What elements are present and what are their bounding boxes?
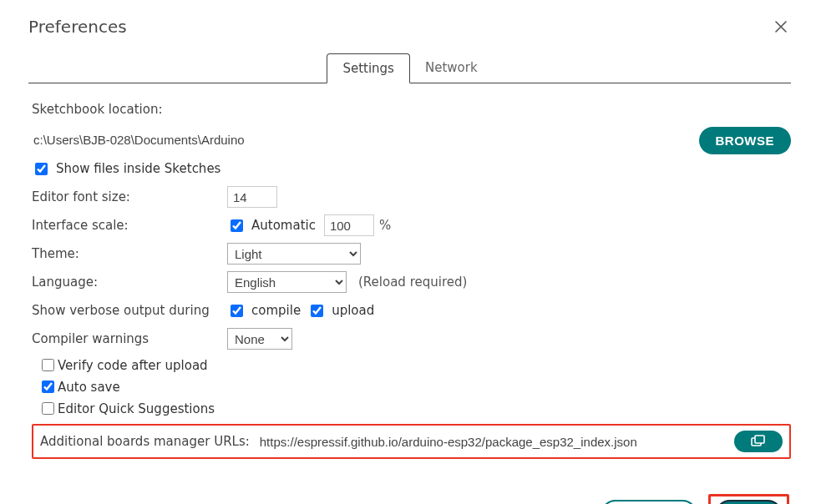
tab-settings[interactable]: Settings [327,53,410,83]
dialog-title: Preferences [28,17,127,37]
window-stack-icon [751,435,766,449]
tab-network[interactable]: Network [410,53,493,83]
tab-bar: Settings Network [28,53,791,83]
compile-label: compile [251,303,301,318]
compile-checkbox[interactable] [231,305,243,317]
theme-select[interactable]: Light [227,243,361,265]
scale-input[interactable] [324,214,374,236]
compiler-warnings-label: Compiler warnings [32,331,222,346]
preferences-dialog: Preferences Settings Network Sketchbook … [0,0,816,504]
show-files-label: Show files inside Sketches [56,161,220,176]
automatic-scale-checkbox[interactable] [231,219,243,232]
auto-save-checkbox[interactable] [42,381,54,393]
verify-after-upload-label: Verify code after upload [58,358,208,373]
quick-suggestions-checkbox[interactable] [42,402,54,415]
title-bar: Preferences [28,17,791,37]
upload-checkbox[interactable] [311,305,323,317]
browse-button[interactable]: BROWSE [699,127,792,154]
show-files-checkbox[interactable] [35,163,48,175]
language-label: Language: [32,275,222,290]
upload-label: upload [332,303,374,318]
boards-manager-group: Additional boards manager URLs: [32,424,791,459]
quick-suggestions-label: Editor Quick Suggestions [58,401,215,416]
interface-scale-label: Interface scale: [32,218,222,233]
cancel-button[interactable]: CANCEL [601,500,697,504]
scale-unit-label: % [379,218,391,233]
sketchbook-path-input[interactable] [32,127,691,152]
ok-button[interactable]: OK [716,500,783,504]
auto-save-label: Auto save [58,380,120,395]
compiler-warnings-select[interactable]: None [227,328,292,350]
font-size-input[interactable] [227,186,277,208]
svg-rect-1 [755,436,764,443]
verbose-label: Show verbose output during [32,303,222,318]
ok-highlight: OK [708,494,790,504]
language-select[interactable]: English [227,271,347,293]
boards-manager-urls-input[interactable] [256,433,734,451]
boards-expand-button[interactable] [734,431,783,452]
boards-manager-urls-label: Additional boards manager URLs: [40,434,250,449]
font-size-label: Editor font size: [32,189,222,204]
dialog-actions: CANCEL OK [32,494,791,504]
theme-label: Theme: [32,246,222,261]
settings-panel: Sketchbook location: BROWSE Show files i… [28,98,791,504]
close-icon[interactable] [771,17,791,37]
sketchbook-location-label: Sketchbook location: [32,102,162,117]
automatic-scale-label: Automatic [251,218,316,233]
verify-after-upload-checkbox[interactable] [42,359,54,371]
reload-hint: (Reload required) [358,275,467,290]
